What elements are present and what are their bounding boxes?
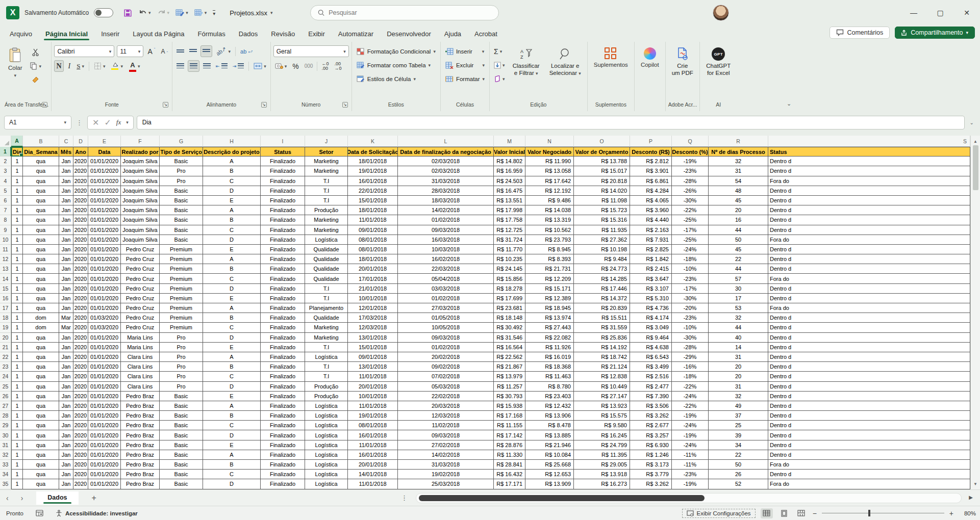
copilot-button[interactable]: Copilot bbox=[637, 45, 663, 99]
cell-R20[interactable]: 40 bbox=[709, 333, 768, 343]
cell-H5[interactable]: D bbox=[203, 186, 261, 196]
row-header-6[interactable]: 6 bbox=[0, 196, 11, 205]
cell-G26[interactable]: Basic bbox=[160, 392, 203, 401]
ribbon-tab-4[interactable]: Fórmulas bbox=[191, 28, 232, 42]
cell-Q26[interactable]: -24% bbox=[672, 392, 709, 401]
cell-G18[interactable]: Premium bbox=[160, 313, 203, 323]
row-header-26[interactable]: 26 bbox=[0, 392, 11, 401]
cell-D31[interactable]: 2020 bbox=[73, 440, 88, 450]
cell-J18[interactable]: Qualidade bbox=[305, 313, 348, 323]
cell-S4[interactable]: Fora do bbox=[768, 176, 970, 186]
row-header-34[interactable]: 34 bbox=[0, 470, 11, 479]
cell-P3[interactable]: R$ 3.901 bbox=[630, 166, 672, 176]
cell-B10[interactable]: qua bbox=[23, 235, 59, 245]
cell-P18[interactable]: R$ 4.174 bbox=[630, 313, 672, 323]
cell-K26[interactable]: 10/01/2018 bbox=[348, 392, 398, 401]
cell-L3[interactable]: 02/03/2018 bbox=[398, 166, 494, 176]
row-header-31[interactable]: 31 bbox=[0, 440, 11, 450]
cell-M27[interactable]: R$ 15.938 bbox=[494, 401, 525, 411]
cell-I11[interactable]: Finalizado bbox=[261, 245, 305, 254]
decrease-indent-button[interactable]: ⇤ bbox=[214, 60, 229, 72]
cell-E14[interactable]: 01/01/2020 bbox=[88, 274, 121, 283]
cell-E7[interactable]: 01/01/2020 bbox=[88, 205, 121, 215]
cell-N3[interactable]: R$ 13.058 bbox=[525, 166, 574, 176]
cell-E11[interactable]: 01/01/2020 bbox=[88, 245, 121, 254]
bold-button[interactable]: N bbox=[54, 60, 63, 72]
zoom-out-button[interactable]: − bbox=[813, 509, 817, 517]
cell-R35[interactable]: 52 bbox=[709, 479, 768, 489]
cell-S35[interactable]: Fora do bbox=[768, 479, 970, 489]
cell-A22[interactable]: 1 bbox=[11, 352, 23, 362]
cell-P28[interactable]: R$ 3.262 bbox=[630, 411, 672, 421]
cell-E4[interactable]: 01/01/2020 bbox=[88, 176, 121, 186]
cell-E6[interactable]: 01/01/2020 bbox=[88, 196, 121, 205]
font-color-dropdown[interactable]: ▾ bbox=[138, 64, 140, 69]
cell-A3[interactable]: 1 bbox=[11, 166, 23, 176]
cell-J20[interactable]: Marketing bbox=[305, 333, 348, 343]
cell-D17[interactable]: 2020 bbox=[73, 303, 88, 313]
cell-A15[interactable]: 1 bbox=[11, 284, 23, 294]
cell-E19[interactable]: 01/03/2020 bbox=[88, 323, 121, 332]
cell-I4[interactable]: Finalizado bbox=[261, 176, 305, 186]
cell-M8[interactable]: R$ 17.758 bbox=[494, 215, 525, 225]
cell-B34[interactable]: qua bbox=[23, 470, 59, 479]
cell-I10[interactable]: Finalizado bbox=[261, 235, 305, 245]
cell-F17[interactable]: Pedro Cruz bbox=[121, 303, 160, 313]
cell-J25[interactable]: Produção bbox=[305, 382, 348, 392]
maximize-button[interactable]: ▢ bbox=[927, 0, 953, 25]
cell-N8[interactable]: R$ 13.319 bbox=[525, 215, 574, 225]
cell-I3[interactable]: Finalizado bbox=[261, 166, 305, 176]
cell-D22[interactable]: 2020 bbox=[73, 352, 88, 362]
cell-M21[interactable]: R$ 16.564 bbox=[494, 343, 525, 352]
cell-L33[interactable]: 31/03/2018 bbox=[398, 460, 494, 470]
cell-R26[interactable]: 32 bbox=[709, 392, 768, 401]
cell-K31[interactable]: 11/01/2018 bbox=[348, 440, 398, 450]
cell-J11[interactable]: Qualidade bbox=[305, 245, 348, 254]
cell-O5[interactable]: R$ 14.020 bbox=[574, 186, 630, 196]
row-header-19[interactable]: 19 bbox=[0, 323, 11, 332]
cell-C10[interactable]: Jan bbox=[59, 235, 73, 245]
row-header-29[interactable]: 29 bbox=[0, 421, 11, 430]
cell-G6[interactable]: Basic bbox=[160, 196, 203, 205]
cell-L26[interactable]: 22/02/2018 bbox=[398, 392, 494, 401]
cell-O32[interactable]: R$ 11.395 bbox=[574, 450, 630, 460]
cell-J32[interactable]: Logística bbox=[305, 450, 348, 460]
cell-O19[interactable]: R$ 31.559 bbox=[574, 323, 630, 332]
cell-B32[interactable]: qua bbox=[23, 450, 59, 460]
cell-H4[interactable]: C bbox=[203, 176, 261, 186]
cell-G14[interactable]: Premium bbox=[160, 274, 203, 283]
cell-I1[interactable]: Status bbox=[261, 147, 305, 157]
cell-D1[interactable]: Ano bbox=[73, 147, 88, 157]
scroll-down-icon[interactable]: ▼ bbox=[973, 480, 977, 489]
column-header-H[interactable]: H bbox=[203, 136, 261, 147]
cell-O6[interactable]: R$ 11.098 bbox=[574, 196, 630, 205]
cell-M13[interactable]: R$ 24.145 bbox=[494, 264, 525, 274]
close-button[interactable]: ✕ bbox=[953, 0, 980, 25]
column-header-I[interactable]: I bbox=[261, 136, 305, 147]
cell-N11[interactable]: R$ 8.945 bbox=[525, 245, 574, 254]
cell-A23[interactable]: 1 bbox=[11, 362, 23, 372]
cell-G10[interactable]: Basic bbox=[160, 235, 203, 245]
cell-C22[interactable]: Jan bbox=[59, 352, 73, 362]
cell-J19[interactable]: Marketing bbox=[305, 323, 348, 332]
cell-K2[interactable]: 18/01/2018 bbox=[348, 157, 398, 166]
cell-B17[interactable]: qua bbox=[23, 303, 59, 313]
cell-M23[interactable]: R$ 21.867 bbox=[494, 362, 525, 372]
cell-F7[interactable]: Joaquim Silva bbox=[121, 205, 160, 215]
cell-C16[interactable]: Jan bbox=[59, 294, 73, 303]
cell-D24[interactable]: 2020 bbox=[73, 372, 88, 381]
fill-color-button[interactable]: ▾ bbox=[110, 60, 124, 72]
cell-F13[interactable]: Pedro Cruz bbox=[121, 264, 160, 274]
cell-N21[interactable]: R$ 11.926 bbox=[525, 343, 574, 352]
cell-E9[interactable]: 01/01/2020 bbox=[88, 225, 121, 235]
cell-B35[interactable]: qua bbox=[23, 479, 59, 489]
cell-Q12[interactable]: -18% bbox=[672, 254, 709, 264]
cell-J26[interactable]: Produção bbox=[305, 392, 348, 401]
cell-B23[interactable]: qua bbox=[23, 362, 59, 372]
cell-Q7[interactable]: -22% bbox=[672, 205, 709, 215]
cell-L22[interactable]: 20/02/2018 bbox=[398, 352, 494, 362]
cell-L4[interactable]: 31/03/2018 bbox=[398, 176, 494, 186]
cell-H18[interactable]: B bbox=[203, 313, 261, 323]
cell-N22[interactable]: R$ 16.019 bbox=[525, 352, 574, 362]
cell-B1[interactable]: Dia_Semana bbox=[23, 147, 59, 157]
